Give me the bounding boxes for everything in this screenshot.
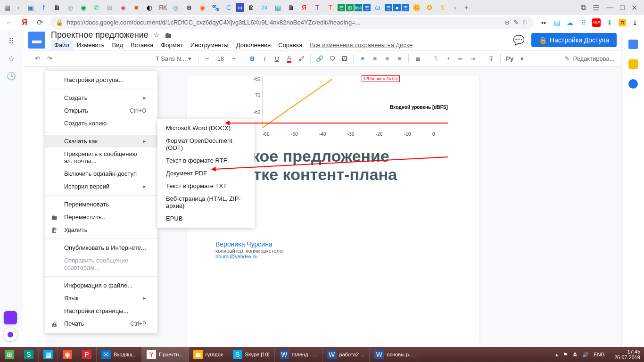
taskbar-app-2[interactable]: ▦ — [39, 347, 58, 362]
menu-tools[interactable]: Инструменты — [187, 40, 232, 50]
taskbar-app-inbox[interactable]: ✉Входящ... — [97, 347, 142, 362]
tab-ya[interactable]: Я — [298, 1, 310, 14]
menu-view[interactable]: Вид — [109, 40, 127, 50]
tab-prev-icon[interactable]: ‹ — [13, 2, 24, 13]
window-max-icon[interactable]: □ — [620, 3, 625, 12]
translate-icon[interactable]: ⊕ — [504, 19, 510, 26]
menu-icon[interactable]: ☰ — [593, 3, 599, 12]
tray-lang[interactable]: ENG — [594, 352, 605, 357]
ext-apps-icon[interactable]: ⠿ — [579, 18, 587, 27]
menu-edit[interactable]: Изменить — [74, 40, 108, 50]
numlist-icon[interactable]: ⒈ — [431, 53, 441, 64]
fontsize-field[interactable]: 18 — [215, 54, 227, 63]
tab-next-icon[interactable]: › — [450, 2, 460, 13]
taskbar-app-1[interactable]: S — [19, 347, 39, 362]
yandex-widget-icon[interactable] — [4, 311, 17, 324]
tab-7[interactable]: ⊞ — [104, 1, 116, 14]
window-close-icon[interactable]: ✕ — [631, 3, 637, 12]
taskbar-app-4[interactable]: P — [77, 347, 97, 362]
clear-format-icon[interactable]: T̶ — [486, 53, 496, 64]
ime-icon[interactable]: Ру — [504, 53, 515, 64]
ext-6-icon[interactable]: П — [619, 19, 626, 26]
folder-icon[interactable]: 🖿 — [165, 31, 172, 40]
tab-23[interactable]: T — [311, 1, 323, 14]
menu-item-lang[interactable]: Язык▸ — [45, 292, 157, 304]
align-center-icon[interactable]: ≡ — [370, 53, 380, 64]
italic-icon[interactable]: I — [259, 53, 270, 64]
ext-2-icon[interactable]: ▤ — [553, 18, 561, 27]
tab-18[interactable]: 🗎 — [245, 1, 257, 14]
tab-27[interactable]: bsc — [355, 4, 362, 11]
addon-keep-icon[interactable] — [628, 59, 638, 69]
addon-calendar-icon[interactable] — [628, 40, 638, 49]
undo-icon[interactable]: ↶ — [32, 53, 42, 64]
fontsize-inc[interactable]: + — [229, 53, 239, 64]
taskbar-app-folder[interactable]: 🖿гуглдок — [189, 347, 228, 362]
window-min-icon[interactable]: — — [606, 3, 613, 12]
underline-icon[interactable]: U — [272, 53, 282, 64]
document-role[interactable]: копирайтер, копимаркетолог — [215, 248, 451, 254]
tab-16[interactable]: С — [223, 1, 235, 14]
menu-item-copy[interactable]: Создать копию — [45, 117, 157, 130]
edit-url-icon[interactable]: ✎ — [513, 19, 519, 26]
ext-3-icon[interactable]: ☁ — [566, 18, 574, 27]
tab-24[interactable]: T — [324, 1, 337, 14]
menu-help[interactable]: Справка — [275, 40, 305, 50]
submenu-odt[interactable]: Формат OpenDocument (ODT) — [157, 134, 255, 154]
sidebar-history-icon[interactable]: 🕓 — [7, 72, 16, 81]
tab-fb[interactable]: f — [38, 1, 50, 14]
tab-doc[interactable]: 🗎 — [51, 1, 63, 14]
menu-addons[interactable]: Дополнения — [233, 40, 274, 50]
tab-21[interactable]: 🗎 — [285, 1, 297, 14]
bookmark-icon[interactable]: ⚐ — [522, 19, 528, 26]
start-button[interactable]: ⊞ — [0, 347, 19, 362]
tab-33[interactable]: 🌼 — [410, 1, 422, 14]
align-justify-icon[interactable]: ≡ — [394, 53, 405, 64]
redo-icon[interactable]: ↷ — [44, 53, 55, 64]
taskbar-app-browser[interactable]: YПроектн... — [142, 347, 188, 362]
tab-35[interactable]: $ — [437, 1, 449, 14]
taskbar-app-word1[interactable]: Wтзленд - ... — [275, 347, 322, 362]
star-icon[interactable]: ☆ — [153, 31, 160, 40]
document-email[interactable]: bhumi@yandex.ru — [215, 254, 451, 259]
menu-item-attach[interactable]: Прикрепить к сообщению эл. почты... — [45, 148, 157, 167]
tab-14[interactable]: ◉ — [196, 1, 208, 14]
reload-icon[interactable]: ⟳ — [35, 18, 44, 27]
tab-29[interactable]: ω — [372, 1, 384, 14]
new-tab-icon[interactable]: ▦ — [2, 2, 12, 13]
comment-icon[interactable]: 🗨 — [327, 53, 337, 64]
menu-insert[interactable]: Вставка — [127, 40, 157, 50]
menu-item-rename[interactable]: Переименовать — [45, 198, 157, 211]
taskbar-app-word2[interactable]: Wработа2 ... — [322, 347, 370, 362]
ext-abp-icon[interactable]: ABP — [592, 18, 601, 27]
align-right-icon[interactable]: ≡ — [382, 53, 392, 64]
panel-icon[interactable]: ⧉ — [581, 3, 586, 12]
sidebar-fav-icon[interactable]: ☆ — [8, 54, 15, 63]
bulletlist-icon[interactable]: • — [443, 53, 454, 64]
submenu-epub[interactable]: EPUB — [157, 212, 255, 225]
link-icon[interactable]: 🔗 — [314, 53, 325, 64]
bold-icon[interactable]: B — [247, 53, 257, 64]
menu-item-open[interactable]: ОткрытьCtrl+O — [45, 104, 157, 117]
menu-item-download[interactable]: Скачать как▸ — [45, 135, 157, 148]
tab-19[interactable]: 24 — [258, 1, 271, 14]
alice-icon[interactable] — [4, 328, 17, 341]
tab-17[interactable]: m — [236, 3, 244, 12]
submenu-pdf[interactable]: Документ PDF — [157, 167, 255, 180]
tab-12[interactable]: ◎ — [170, 1, 182, 14]
indent-icon[interactable]: ⇥ — [468, 53, 478, 64]
tab-9[interactable]: ■ — [130, 1, 142, 14]
submenu-txt[interactable]: Текст в формате TXT — [157, 180, 255, 192]
taskbar-app-3[interactable]: ◉ — [58, 347, 77, 362]
fontsize-dec[interactable]: − — [202, 53, 213, 64]
menu-item-move[interactable]: 🖿Переместить... — [45, 211, 157, 223]
submenu-rtf[interactable]: Текст в формате RTF — [157, 154, 255, 167]
menu-item-publish[interactable]: Опубликовать в Интернете... — [45, 241, 157, 254]
tab-wa[interactable]: ✆ — [91, 1, 103, 14]
back-icon[interactable]: ← — [5, 18, 14, 27]
tray-net-icon[interactable]: 🖧 — [572, 352, 578, 357]
textcolor-icon[interactable]: A — [284, 53, 294, 64]
url-input[interactable]: 🔒 https://docs.google.com/document/d/1cR… — [50, 16, 534, 29]
comments-icon[interactable]: 💬 — [513, 34, 525, 46]
menu-item-create[interactable]: Создать▸ — [45, 91, 157, 104]
